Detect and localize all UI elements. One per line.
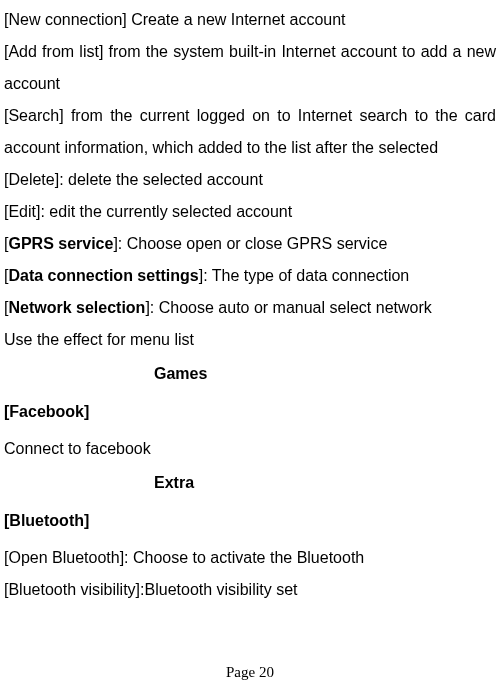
item-new-connection: [New connection] Create a new Internet a… xyxy=(4,4,496,36)
item-desc: : delete the selected account xyxy=(59,171,263,188)
item-facebook-label: [Facebook] xyxy=(4,391,496,433)
item-facebook-desc: Connect to facebook xyxy=(4,433,496,465)
item-desc: :Bluetooth visibility set xyxy=(140,581,297,598)
item-label: [Delete] xyxy=(4,171,59,188)
item-label: [New connection] xyxy=(4,11,127,28)
item-desc: : Choose auto or manual select network xyxy=(150,299,432,316)
item-label: [Add from list] xyxy=(4,43,103,60)
item-label: [Bluetooth visibility] xyxy=(4,581,140,598)
item-desc: : edit the currently selected account xyxy=(40,203,292,220)
item-data-connection: [Data connection settings]: The type of … xyxy=(4,260,496,292)
item-bluetooth-label: [Bluetooth] xyxy=(4,500,496,542)
item-label: [Search] xyxy=(4,107,64,124)
item-desc: : Choose open or close GPRS service xyxy=(118,235,387,252)
item-add-from-list: [Add from list] from the system built-in… xyxy=(4,36,496,100)
item-search: [Search] from the current logged on to I… xyxy=(4,100,496,164)
effect-line: Use the effect for menu list xyxy=(4,324,496,356)
item-desc: Create a new Internet account xyxy=(127,11,346,28)
item-label: Data connection settings xyxy=(8,267,198,284)
item-label: Network selection xyxy=(8,299,145,316)
page-number: Page 20 xyxy=(0,664,500,681)
item-open-bluetooth: [Open Bluetooth]: Choose to activate the… xyxy=(4,542,496,574)
item-desc: : Choose to activate the Bluetooth xyxy=(124,549,364,566)
item-gprs-service: [GPRS service]: Choose open or close GPR… xyxy=(4,228,496,260)
item-label: GPRS service xyxy=(8,235,113,252)
item-network-selection: [Network selection]: Choose auto or manu… xyxy=(4,292,496,324)
item-edit: [Edit]: edit the currently selected acco… xyxy=(4,196,496,228)
document-page: [New connection] Create a new Internet a… xyxy=(0,0,500,687)
item-label: [Open Bluetooth] xyxy=(4,549,124,566)
item-desc: : The type of data connection xyxy=(203,267,409,284)
section-heading-games: Games xyxy=(154,356,496,391)
item-delete: [Delete]: delete the selected account xyxy=(4,164,496,196)
item-desc: from the current logged on to Internet s… xyxy=(4,107,496,156)
item-bt-visibility: [Bluetooth visibility]:Bluetooth visibil… xyxy=(4,574,496,606)
section-heading-extra: Extra xyxy=(154,465,496,500)
item-label: [Edit] xyxy=(4,203,40,220)
